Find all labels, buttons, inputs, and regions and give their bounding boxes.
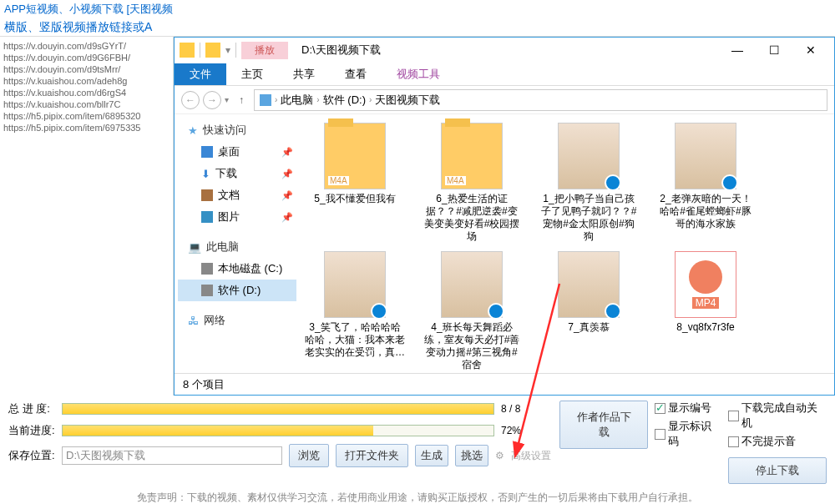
mute-hint-checkbox[interactable]: 不完提示音 xyxy=(728,434,827,449)
tree-drive-d[interactable]: 软件 (D:) xyxy=(178,280,296,301)
folder-icon xyxy=(205,43,220,58)
maximize-button[interactable]: ☐ xyxy=(756,38,792,62)
file-item[interactable]: M4A6_热爱生活的证据？？#减肥逆袭#变美变美变好看#校园摆场 xyxy=(422,123,522,243)
app-titlebar: APP短视频、小视频下载 [天图视频 xyxy=(0,0,835,18)
window-title: D:\天图视频下载 xyxy=(301,43,381,58)
app-subtitle: 横版、竖版视频播放链接或A xyxy=(4,20,152,33)
tree-downloads[interactable]: ⬇下载📌 xyxy=(178,163,296,184)
tab-file[interactable]: 文件 xyxy=(175,63,226,85)
tab-view[interactable]: 查看 xyxy=(330,63,382,85)
url-list[interactable]: https://v.douyin.com/d9sGYrT/ https://v.… xyxy=(0,37,174,396)
url-item[interactable]: https://v.douyin.com/d9tsMrr/ xyxy=(3,63,170,75)
filter-button[interactable]: 挑选 xyxy=(455,445,488,466)
bottom-panel: 总 进 度: 8 / 8 当前进度: 72% 保存位置: 浏览 打开文件夹 生成… xyxy=(0,396,835,487)
app-title: APP短视频、小视频下载 [天图视频 xyxy=(4,3,173,15)
breadcrumb-item[interactable]: 此电脑 xyxy=(281,93,313,108)
ribbon-tabs: 文件 主页 共享 查看 视频工具 xyxy=(175,63,834,86)
explorer-titlebar: ▾ 播放 D:\天图视频下载 — ☐ ✕ xyxy=(175,38,834,63)
generate-button[interactable]: 生成 xyxy=(415,445,448,466)
url-item[interactable]: https://h5.pipix.com/item/6975335 xyxy=(3,122,170,134)
tree-documents[interactable]: 文档📌 xyxy=(178,184,296,206)
file-item[interactable]: MP48_vq8fx7r3fe xyxy=(655,251,756,371)
open-folder-button[interactable]: 打开文件夹 xyxy=(336,444,408,467)
url-item[interactable]: https://v.kuaishou.com/adeh8g xyxy=(3,75,170,87)
up-button[interactable]: ↑ xyxy=(232,91,250,109)
save-path-label: 保存位置: xyxy=(8,448,55,463)
play-tab[interactable]: 播放 xyxy=(241,42,288,59)
total-progress-bar xyxy=(62,403,494,415)
author-works-button[interactable]: 作者作品下载 xyxy=(559,401,648,449)
tree-this-pc[interactable]: 💻此电脑 xyxy=(178,236,296,258)
app-subtitle-bar: 横版、竖版视频播放链接或A xyxy=(0,18,835,37)
gear-icon: ⚙ xyxy=(495,450,504,461)
url-item[interactable]: https://v.douyin.com/d9sGYrT/ xyxy=(3,40,170,52)
file-item[interactable]: M4A5_我不懂爱但我有 xyxy=(305,123,405,243)
tab-video-tools[interactable]: 视频工具 xyxy=(382,63,455,85)
show-number-checkbox[interactable]: 显示编号 xyxy=(655,401,721,416)
current-progress-text: 72% xyxy=(501,425,551,436)
close-button[interactable]: ✕ xyxy=(792,38,829,62)
tab-home[interactable]: 主页 xyxy=(226,63,278,85)
file-item[interactable]: 3_笑飞了，哈哈哈哈哈哈，大猫：我本来老老实实的在受罚，真… xyxy=(305,251,405,371)
disclaimer-text: 免责声明：下载的视频、素材仅供学习交流，若使用商业用途，请购买正版授权，否则产生… xyxy=(8,491,827,504)
adv-settings-link[interactable]: 高级设置 xyxy=(511,449,551,463)
file-item[interactable]: 7_真羡慕 xyxy=(539,251,639,371)
show-barcode-checkbox[interactable]: 显示标识码 xyxy=(655,419,721,449)
file-item[interactable]: 4_班长每天舞蹈必练，室友每天必打#善变动力摇#第三视角#宿舍 xyxy=(422,251,522,371)
auto-shutdown-checkbox[interactable]: 下载完成自动关机 xyxy=(728,401,827,431)
nav-tree: ★快速访问 桌面📌 ⬇下载📌 文档📌 图片📌 💻此电脑 本地磁盘 (C:) 软件… xyxy=(175,114,300,373)
current-progress-bar xyxy=(62,425,494,436)
breadcrumb-item[interactable]: 天图视频下载 xyxy=(375,93,440,108)
file-explorer-window: ▾ 播放 D:\天图视频下载 — ☐ ✕ 文件 主页 共享 查看 视频工具 ← … xyxy=(174,37,835,396)
pc-icon xyxy=(260,94,271,106)
tree-drive-c[interactable]: 本地磁盘 (C:) xyxy=(178,258,296,280)
tree-pictures[interactable]: 图片📌 xyxy=(178,206,296,228)
url-item[interactable]: https://h5.pipix.com/item/6895320 xyxy=(3,110,170,122)
tree-network[interactable]: 🖧网络 xyxy=(178,310,296,331)
breadcrumb[interactable]: › 此电脑 › 软件 (D:) › 天图视频下载 xyxy=(254,89,827,111)
forward-button[interactable]: → xyxy=(203,91,221,109)
file-item[interactable]: 2_老弹灰暗的一天！哈哈#雀尾螳螂虾#豚哥的海水家族 xyxy=(655,123,756,243)
minimize-button[interactable]: — xyxy=(719,38,756,62)
url-item[interactable]: https://v.kuaishou.com/d6rgS4 xyxy=(3,87,170,98)
folder-icon xyxy=(180,43,195,58)
tree-quick-access[interactable]: ★快速访问 xyxy=(178,119,296,141)
browse-button[interactable]: 浏览 xyxy=(289,444,329,467)
file-grid: M4A5_我不懂爱但我有 M4A6_热爱生活的证据？？#减肥逆袭#变美变美变好看… xyxy=(300,114,834,373)
file-item[interactable]: 1_把小鸭子当自己孩子了见鸭子就叼？？#宠物#金太阳原创#狗狗 xyxy=(539,123,639,243)
stop-download-button[interactable]: 停止下载 xyxy=(728,457,827,484)
total-progress-text: 8 / 8 xyxy=(501,403,551,415)
item-count: 8 个项目 xyxy=(183,377,225,392)
tree-desktop[interactable]: 桌面📌 xyxy=(178,141,296,163)
url-item[interactable]: https://v.douyin.com/d9G6FBH/ xyxy=(3,52,170,63)
save-path-input[interactable] xyxy=(62,446,282,465)
status-bar: 8 个项目 xyxy=(175,373,834,395)
current-progress-label: 当前进度: xyxy=(8,423,55,438)
total-progress-label: 总 进 度: xyxy=(8,401,55,416)
url-item[interactable]: https://v.kuaishou.com/bllr7C xyxy=(3,98,170,110)
tab-share[interactable]: 共享 xyxy=(278,63,330,85)
back-button[interactable]: ← xyxy=(181,91,200,109)
nav-bar: ← → ▾ ↑ › 此电脑 › 软件 (D:) › 天图视频下载 xyxy=(175,86,834,114)
breadcrumb-item[interactable]: 软件 (D:) xyxy=(323,93,366,108)
